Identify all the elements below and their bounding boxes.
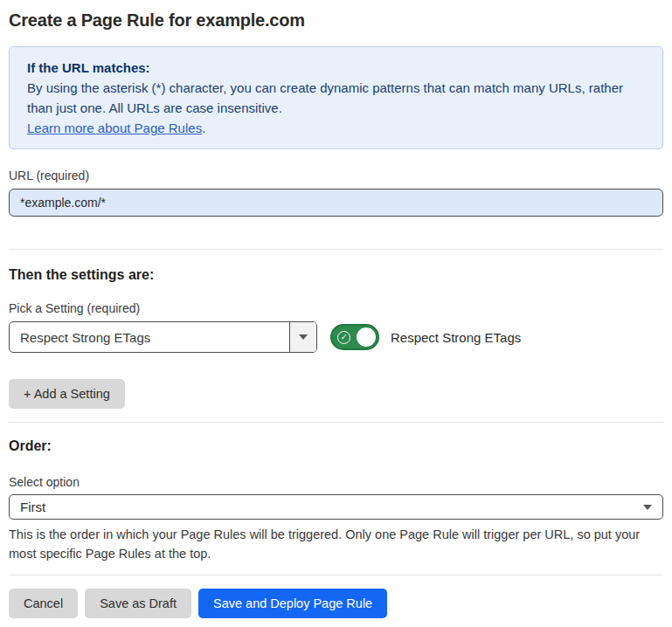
toggle-knob <box>357 327 376 347</box>
setting-dropdown-value: Respect Strong ETags <box>10 322 289 352</box>
setting-dropdown-arrow-button[interactable] <box>289 322 316 352</box>
setting-dropdown[interactable]: Respect Strong ETags <box>9 321 317 353</box>
setting-toggle-label: Respect Strong ETags <box>391 330 521 345</box>
create-page-rule-form: Create a Page Rule for example.com If th… <box>0 0 672 627</box>
order-select-label: Select option <box>9 474 663 490</box>
save-deploy-button[interactable]: Save and Deploy Page Rule <box>198 589 387 618</box>
section-divider <box>9 422 663 423</box>
caret-down-icon <box>643 505 652 510</box>
info-box-link-line: Learn more about Page Rules. <box>27 118 645 138</box>
order-select-value: First <box>20 500 45 514</box>
footer-divider <box>9 575 663 575</box>
setting-row: Respect Strong ETags ✓ Respect Strong ET… <box>9 321 663 353</box>
url-match-info-box: If the URL matches: By using the asteris… <box>9 46 663 149</box>
link-period: . <box>202 121 205 135</box>
url-field-label: URL (required) <box>9 168 663 183</box>
save-draft-button[interactable]: Save as Draft <box>85 589 191 618</box>
order-section-heading: Order: <box>9 437 663 455</box>
add-setting-button[interactable]: + Add a Setting <box>9 379 125 409</box>
section-divider <box>9 249 663 250</box>
info-box-heading: If the URL matches: <box>27 58 645 78</box>
pick-setting-label: Pick a Setting (required) <box>9 300 663 316</box>
info-box-body: By using the asterisk (*) character, you… <box>27 78 645 118</box>
settings-section-heading: Then the settings are: <box>9 265 663 284</box>
cancel-button[interactable]: Cancel <box>9 589 78 618</box>
url-input[interactable] <box>9 189 663 217</box>
caret-down-icon <box>299 334 308 340</box>
setting-toggle[interactable]: ✓ <box>330 324 379 350</box>
footer-actions: Cancel Save as Draft Save and Deploy Pag… <box>9 589 663 618</box>
check-icon: ✓ <box>337 331 350 344</box>
page-title: Create a Page Rule for example.com <box>9 9 663 31</box>
order-help-text: This is the order in which your Page Rul… <box>9 526 662 563</box>
order-select[interactable]: First <box>9 494 663 520</box>
learn-more-link[interactable]: Learn more about Page Rules <box>27 121 202 135</box>
